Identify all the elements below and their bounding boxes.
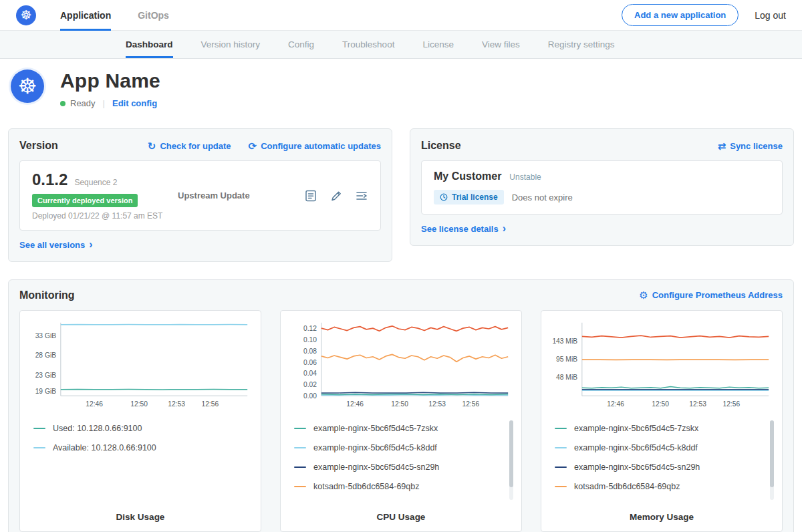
legend-item: Used: 10.128.0.66:9100: [33, 419, 253, 438]
auto-update-icon: ⟳: [249, 141, 257, 151]
tab-license[interactable]: License: [422, 31, 454, 58]
tab-dashboard[interactable]: Dashboard: [126, 31, 173, 58]
legend-scrollbar[interactable]: [770, 420, 774, 500]
see-all-versions-link[interactable]: See all versions ›: [19, 240, 93, 251]
version-number: 0.1.2: [32, 170, 68, 189]
page-title: App Name: [60, 70, 160, 92]
check-for-update-label: Check for update: [160, 141, 231, 151]
check-for-update-link[interactable]: ↻ Check for update: [148, 141, 231, 151]
legend-label: example-nginx-5bc6f5d4c5-sn29h: [574, 462, 700, 472]
monitoring-card: Monitoring ⚙ Configure Prometheus Addres…: [8, 279, 794, 532]
license-type-badge: Trial license: [434, 190, 504, 205]
tab-view-files[interactable]: View files: [482, 31, 520, 58]
disk-usage-title: Disk Usage: [28, 507, 253, 526]
sync-license-link[interactable]: ⇄ Sync license: [718, 141, 783, 151]
see-all-versions-label: See all versions: [19, 240, 85, 250]
svg-text:12:50: 12:50: [652, 400, 669, 407]
chevron-right-icon: ›: [89, 239, 92, 250]
see-license-details-link[interactable]: See license details ›: [421, 224, 506, 235]
current-version-box: 0.1.2 Sequence 2 Currently deployed vers…: [19, 160, 381, 231]
configure-prometheus-link[interactable]: ⚙ Configure Prometheus Address: [639, 290, 783, 300]
legend-swatch-icon: [33, 428, 45, 429]
svg-text:12:46: 12:46: [86, 400, 103, 407]
svg-text:33 GiB: 33 GiB: [35, 331, 56, 339]
cpu-usage-title: CPU Usage: [289, 507, 513, 526]
version-card: Version ↻ Check for update ⟳ Configure a…: [8, 128, 392, 262]
tab-license-label: License: [422, 39, 454, 49]
charts-row: 33 GiB28 GiB23 GiB19 GiB12:4612:5012:531…: [19, 310, 783, 532]
customer-name: My Customer: [434, 170, 501, 182]
tab-gitops-label: GitOps: [138, 10, 169, 21]
kubernetes-logo-icon: ☸: [16, 5, 36, 25]
tab-registry-settings-label: Registry settings: [548, 39, 615, 49]
svg-text:12:56: 12:56: [462, 400, 479, 407]
svg-text:12:53: 12:53: [168, 400, 185, 407]
legend-swatch-icon: [555, 486, 567, 487]
legend-item: example-nginx-5bc6f5d4c5-7zskx: [555, 419, 774, 438]
chevron-right-icon: ›: [503, 223, 506, 234]
monitoring-header: Monitoring ⚙ Configure Prometheus Addres…: [19, 289, 783, 301]
legend-swatch-icon: [294, 486, 306, 487]
release-notes-icon[interactable]: [304, 189, 317, 203]
legend-swatch-icon: [294, 428, 306, 429]
logout-button[interactable]: Log out: [755, 10, 786, 21]
svg-text:0.10: 0.10: [303, 336, 317, 344]
legend-item: kotsadm-5db6dc6584-69qbz: [555, 477, 774, 497]
svg-text:0.08: 0.08: [303, 347, 317, 354]
diff-icon[interactable]: [355, 189, 368, 203]
cpu-usage-panel: 0.120.100.080.060.040.020.0012:4612:5012…: [280, 310, 522, 532]
memory-usage-legend: example-nginx-5bc6f5d4c5-7zskxexample-ng…: [549, 419, 774, 507]
tab-dashboard-label: Dashboard: [126, 39, 173, 49]
cards-row: Version ↻ Check for update ⟳ Configure a…: [0, 120, 802, 262]
svg-text:28 GiB: 28 GiB: [35, 352, 56, 359]
deployed-badge: Currently deployed version: [32, 194, 138, 207]
version-info: 0.1.2 Sequence 2 Currently deployed vers…: [32, 170, 178, 221]
svg-text:48 MiB: 48 MiB: [556, 374, 577, 381]
scrollbar-thumb[interactable]: [509, 420, 513, 487]
clock-icon: [440, 193, 448, 201]
disk-usage-panel: 33 GiB28 GiB23 GiB19 GiB12:4612:5012:531…: [19, 310, 261, 532]
status-dot-icon: [60, 101, 65, 106]
version-card-title: Version: [19, 140, 58, 152]
svg-text:12:46: 12:46: [607, 400, 624, 407]
edit-config-icon[interactable]: [329, 189, 343, 203]
svg-text:23 GiB: 23 GiB: [35, 371, 56, 378]
app-logo-icon: ☸: [11, 70, 44, 103]
tab-version-history[interactable]: Version history: [201, 31, 261, 58]
legend-label: example-nginx-5bc6f5d4c5-7zskx: [574, 424, 698, 433]
edit-config-link[interactable]: Edit config: [112, 98, 157, 108]
deployed-timestamp: Deployed 01/21/22 @ 11:57 am EST: [32, 211, 178, 221]
svg-text:12:56: 12:56: [722, 400, 740, 407]
legend-swatch-icon: [294, 467, 306, 468]
svg-text:143 MiB: 143 MiB: [552, 338, 577, 345]
legend-item: example-nginx-5bc6f5d4c5-sn29h: [294, 458, 513, 477]
tab-config[interactable]: Config: [288, 31, 314, 58]
legend-label: example-nginx-5bc6f5d4c5-k8ddf: [313, 443, 437, 452]
svg-text:12:50: 12:50: [391, 400, 408, 407]
legend-item: example-nginx-5bc6f5d4c5-sn29h: [555, 458, 774, 477]
channel-badge: Unstable: [509, 172, 541, 182]
tab-gitops[interactable]: GitOps: [138, 0, 169, 31]
svg-text:12:50: 12:50: [130, 400, 148, 407]
tab-registry-settings[interactable]: Registry settings: [548, 31, 615, 58]
legend-label: Used: 10.128.0.66:9100: [53, 424, 142, 433]
license-card: License ⇄ Sync license My Customer Unsta…: [410, 128, 794, 246]
cpu-usage-chart: 0.120.100.080.060.040.020.0012:4612:5012…: [289, 317, 513, 416]
version-card-header: Version ↻ Check for update ⟳ Configure a…: [19, 140, 381, 152]
legend-label: kotsadm-5db6dc6584-69qbz: [574, 482, 680, 491]
monitoring-title: Monitoring: [19, 289, 75, 301]
configure-automatic-updates-link[interactable]: ⟳ Configure automatic updates: [249, 141, 381, 151]
legend-item: Available: 10.128.0.66:9100: [33, 438, 253, 458]
license-type-label: Trial license: [452, 192, 498, 202]
license-expiration: Does not expire: [512, 192, 573, 203]
legend-label: example-nginx-5bc6f5d4c5-7zskx: [313, 424, 438, 433]
app-subnav: Dashboard Version history Config Trouble…: [0, 31, 802, 59]
tab-troubleshoot[interactable]: Troubleshoot: [342, 31, 394, 58]
svg-text:12:56: 12:56: [201, 400, 219, 407]
status-badge: Ready: [70, 98, 96, 108]
add-application-button[interactable]: Add a new application: [622, 4, 739, 26]
scrollbar-thumb[interactable]: [770, 420, 774, 487]
top-navbar: ☸ Application GitOps Add a new applicati…: [0, 0, 802, 31]
tab-application[interactable]: Application: [60, 0, 111, 31]
legend-scrollbar[interactable]: [509, 420, 513, 500]
